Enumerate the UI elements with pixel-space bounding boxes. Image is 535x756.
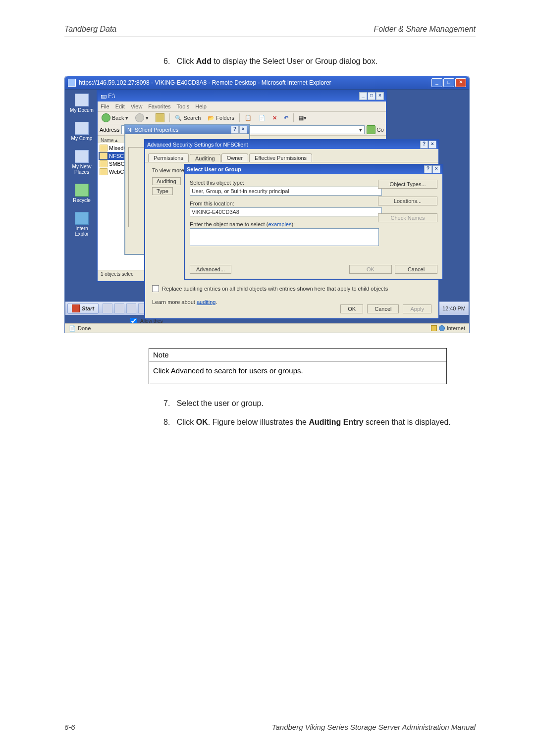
ie-title: https://146.59.102.27:8098 - VIKING-E40C… <box>79 79 431 86</box>
remote-desktop-body: My Docum My Comp My Netw Places Recycle … <box>65 89 469 324</box>
toolbar-undo[interactable]: ↶ <box>282 114 290 122</box>
menu-edit[interactable]: Edit <box>115 103 125 109</box>
object-type-input[interactable]: User, Group, or Built-in security princi… <box>190 187 382 196</box>
examples-link[interactable]: examples <box>268 221 291 227</box>
tab-owner[interactable]: Owner <box>221 153 248 162</box>
step-6-text-b: to display the Select User or Group dial… <box>212 57 377 65</box>
explorer-title: F:\ <box>108 93 115 100</box>
select-help-button[interactable]: ? <box>424 165 432 173</box>
advanced-title: Advanced Security Settings for NFSClient… <box>145 140 438 149</box>
desktop-icon-my-network[interactable]: My Netw Places <box>68 150 96 175</box>
menu-favorites[interactable]: Favorites <box>148 103 170 109</box>
note-box: Note Click Advanced to search for users … <box>149 348 447 384</box>
toolbar-delete[interactable]: ✕ <box>270 114 279 122</box>
globe-icon <box>439 325 445 331</box>
menu-file[interactable]: File <box>101 103 109 109</box>
step-7-num: 7. <box>163 399 170 407</box>
select-cancel-button[interactable]: Cancel <box>395 265 437 274</box>
object-types-button[interactable]: Object Types... <box>378 180 437 189</box>
close-button[interactable]: ✕ <box>455 78 466 87</box>
step-8: 8. Click OK. Figure below illustrates th… <box>163 418 476 427</box>
step-8-text-a: Click <box>177 418 196 426</box>
footer-page: 6-6 <box>64 723 75 731</box>
footer-title: Tandberg Viking Series Storage Server Ad… <box>272 723 476 731</box>
ql-icon[interactable] <box>126 303 136 313</box>
replace-checkbox[interactable] <box>152 285 159 292</box>
step-6-text-a: Click <box>177 57 196 65</box>
properties-help-button[interactable]: ? <box>231 126 239 134</box>
explorer-min-button[interactable]: _ <box>359 92 367 100</box>
enter-text-a: Enter the object name to select ( <box>190 221 268 227</box>
ie-window: https://146.59.102.27:8098 - VIKING-E40C… <box>64 76 470 333</box>
select-close-button[interactable]: × <box>432 165 440 173</box>
properties-title-text: NFSClient Properties <box>127 127 178 133</box>
tab-auditing[interactable]: Auditing <box>190 154 220 162</box>
advanced-ok-button[interactable]: OK <box>340 304 363 313</box>
toolbar-views[interactable]: ▦▾ <box>297 114 309 122</box>
ie-status-icon: 📄 <box>69 325 76 332</box>
step-8-text-c: screen that is displayed. <box>364 418 451 426</box>
explorer-toolbar: Back ▾ ▾ 🔍 Search 📂 Folders 📋 📄 ✕ ↶ ▦▾ <box>98 112 386 124</box>
ql-icon[interactable] <box>103 303 112 313</box>
learn-prefix: Learn more about <box>152 299 197 305</box>
enter-text-b: ): <box>291 221 295 227</box>
folders-button[interactable]: 📂 Folders <box>206 114 236 122</box>
forward-button[interactable]: ▾ <box>133 113 151 123</box>
start-label: Start <box>82 305 94 311</box>
desktop-icon-my-documents[interactable]: My Docum <box>68 94 96 113</box>
maximize-button[interactable]: □ <box>443 78 454 87</box>
go-label: Go <box>376 127 384 133</box>
explorer-titlebar: 🖴 F:\ _□× <box>98 91 386 101</box>
go-button[interactable]: Go <box>367 125 384 134</box>
advanced-cancel-button[interactable]: Cancel <box>367 304 399 313</box>
menu-help[interactable]: Help <box>195 103 207 109</box>
locations-button[interactable]: Locations... <box>378 197 437 205</box>
explorer-max-button[interactable]: □ <box>368 92 375 100</box>
menu-tools[interactable]: Tools <box>177 103 190 109</box>
desktop-icon-label: Intern Explor <box>68 226 96 237</box>
ie-titlebar: https://146.59.102.27:8098 - VIKING-E40C… <box>65 76 469 89</box>
type-heading: Type <box>152 187 173 195</box>
from-location-input[interactable]: VIKING-E40CD3A8 <box>190 207 382 216</box>
clock: 12:40 PM <box>442 305 466 311</box>
toolbar-icon-2[interactable]: 📄 <box>257 114 268 122</box>
desktop-icon-label: Recycle <box>73 198 91 203</box>
step-7-text: Select the user or group. <box>177 399 264 407</box>
ie-status-text: Done <box>78 325 91 331</box>
properties-close-button[interactable]: × <box>239 126 247 134</box>
tab-effective[interactable]: Effective Permissions <box>249 153 312 162</box>
desktop-icons: My Docum My Comp My Netw Places Recycle … <box>68 94 96 237</box>
search-button[interactable]: 🔍 Search <box>173 114 203 122</box>
object-name-input[interactable] <box>190 228 379 246</box>
step-8-bold1: OK <box>196 418 208 426</box>
screenshot: https://146.59.102.27:8098 - VIKING-E40C… <box>64 76 471 333</box>
lock-icon <box>431 325 437 331</box>
minimize-button[interactable]: _ <box>431 78 442 87</box>
step-8-num: 8. <box>163 418 170 426</box>
desktop-icon-my-computer[interactable]: My Comp <box>68 122 96 141</box>
explorer-close-button[interactable]: × <box>376 92 384 100</box>
start-button[interactable]: Start <box>67 303 99 314</box>
desktop-icon-recycle[interactable]: Recycle <box>68 184 96 203</box>
desktop-icon-ie[interactable]: Intern Explor <box>68 212 96 237</box>
ie-icon <box>68 79 76 87</box>
select-advanced-button[interactable]: Advanced... <box>190 265 231 274</box>
advanced-apply-button[interactable]: Apply <box>403 304 431 313</box>
toolbar-icon-1[interactable]: 📋 <box>243 114 254 122</box>
check-names-button[interactable]: Check Names <box>378 213 437 222</box>
col-name[interactable]: Name <box>101 138 114 143</box>
zone-label: Internet <box>447 325 465 331</box>
select-user-group-dialog: Select User or Group ?× Select this obje… <box>184 164 443 280</box>
ql-icon[interactable] <box>114 303 124 313</box>
auditing-link[interactable]: auditing <box>197 299 216 305</box>
back-button[interactable]: Back ▾ <box>100 113 130 123</box>
advanced-help-button[interactable]: ? <box>420 141 428 149</box>
select-ok-button[interactable]: OK <box>349 265 392 274</box>
address-label: Address <box>100 127 119 133</box>
tab-permissions[interactable]: Permissions <box>148 153 189 162</box>
up-button[interactable] <box>154 113 166 123</box>
object-type-value: User, Group, or Built-in security princi… <box>192 188 289 194</box>
advanced-close-button[interactable]: × <box>428 141 436 149</box>
menu-view[interactable]: View <box>131 103 143 109</box>
step-6-num: 6. <box>163 57 170 65</box>
